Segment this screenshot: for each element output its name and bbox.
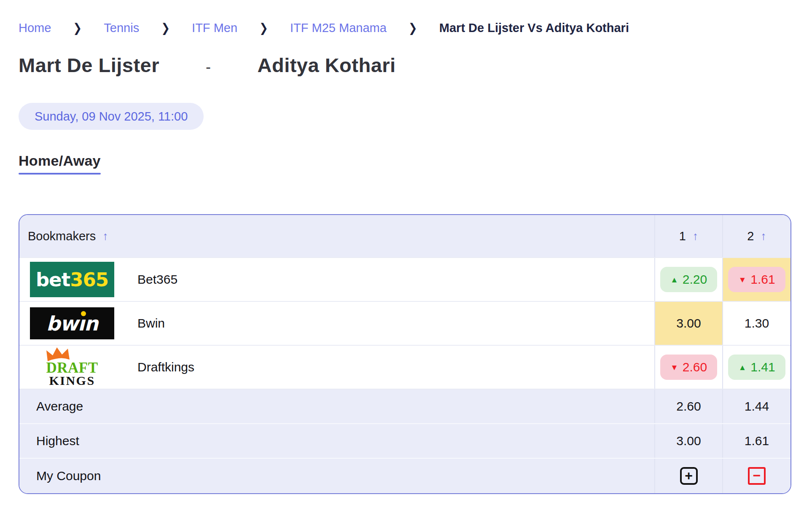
breadcrumb-link-tournament[interactable]: ITF M25 Manama <box>290 21 387 35</box>
bookmaker-name: Bwin <box>137 316 165 330</box>
odds-value: 1.61 <box>750 272 775 287</box>
bwin-logo: bwın <box>30 307 114 339</box>
average-odds-2: 1.44 <box>722 390 790 423</box>
average-odds-1: 2.60 <box>654 390 722 423</box>
odds-value: 3.00 <box>676 434 701 448</box>
bookmaker-cell-bwin[interactable]: bwın Bwin <box>19 302 654 345</box>
match-datetime-badge: Sunday, 09 Nov 2025, 11:00 <box>19 103 204 130</box>
tab-home-away-label: Home/Away <box>19 153 101 169</box>
odds-cell-bet365-1[interactable]: ▲ 2.20 <box>654 258 722 301</box>
summary-row-average: Average 2.60 1.44 <box>19 389 790 423</box>
sort-ascending-icon: ↑ <box>693 230 699 243</box>
bookmaker-row-bet365: bet365 Bet365 ▲ 2.20 ▼ 1.61 <box>19 257 790 301</box>
odds-2-column-label: 2 <box>747 229 754 243</box>
odds-value: 1.44 <box>745 399 769 414</box>
chevron-right-icon: ❯ <box>161 21 170 35</box>
bookmaker-row-bwin: bwın Bwin 3.00 1.30 <box>19 301 790 345</box>
bookmaker-cell-draftkings[interactable]: DRAFT KINGS Draftkings <box>19 346 654 389</box>
page-title: Mart De Lijster - Aditya Kothari <box>19 54 791 77</box>
trend-down-icon: ▼ <box>670 363 678 371</box>
add-to-coupon-button[interactable]: + <box>680 467 698 485</box>
chevron-right-icon: ❯ <box>259 21 268 35</box>
odds-value: 3.00 <box>676 316 701 330</box>
bwin-i-dot <box>81 311 86 316</box>
header-cell-odds-2[interactable]: 2 ↑ <box>722 215 790 257</box>
odds-cell-bet365-2[interactable]: ▼ 1.61 <box>722 258 790 301</box>
logo-box: bwın <box>28 301 116 345</box>
bookmaker-name: Bet365 <box>137 272 177 287</box>
bwin-logo-text: n <box>84 312 98 335</box>
odds-value: 2.60 <box>683 360 707 374</box>
header-cell-bookmakers[interactable]: Bookmakers ↑ <box>19 215 654 257</box>
header-cell-odds-1[interactable]: 1 ↑ <box>654 215 722 257</box>
crown-icon <box>46 347 72 363</box>
odds-value: 2.60 <box>676 399 701 414</box>
bookmakers-column-label: Bookmakers <box>28 229 96 243</box>
market-tabs: Home/Away <box>19 153 791 175</box>
bookmaker-cell-bet365[interactable]: bet365 Bet365 <box>19 258 654 301</box>
breadcrumb-link-itf-men[interactable]: ITF Men <box>192 21 237 35</box>
coupon-cell-1: + <box>654 459 722 493</box>
odds-value: 1.61 <box>745 434 769 448</box>
draftkings-logo: DRAFT KINGS <box>38 346 106 388</box>
bet365-logo-number: 365 <box>70 269 108 291</box>
odds-page: Home ❯ Tennis ❯ ITF Men ❯ ITF M25 Manama… <box>0 0 812 494</box>
odds-1-column-label: 1 <box>679 229 686 243</box>
odds-value: 1.41 <box>750 360 775 374</box>
logo-box: bet365 <box>28 258 116 301</box>
highest-odds-2: 1.61 <box>722 424 790 458</box>
odds-cell-bwin-2[interactable]: 1.30 <box>722 302 790 345</box>
logo-box: DRAFT KINGS <box>28 345 116 389</box>
odds-cell-draftkings-2[interactable]: ▲ 1.41 <box>722 346 790 389</box>
players-separator: - <box>206 58 211 76</box>
my-coupon-row-label: My Coupon <box>28 469 101 483</box>
draftkings-logo-text: KINGS <box>49 375 95 387</box>
home-player-name: Mart De Lijster <box>19 54 159 77</box>
trend-down-icon: ▼ <box>738 276 746 284</box>
tab-home-away[interactable]: Home/Away <box>19 153 101 175</box>
breadcrumb: Home ❯ Tennis ❯ ITF Men ❯ ITF M25 Manama… <box>19 21 791 35</box>
chevron-right-icon: ❯ <box>409 21 417 35</box>
trend-up-icon: ▲ <box>738 363 746 371</box>
trend-up-icon: ▲ <box>670 276 678 284</box>
table-header-row: Bookmakers ↑ 1 ↑ 2 ↑ <box>19 215 790 257</box>
breadcrumb-current-match: Mart De Lijster Vs Aditya Kothari <box>439 21 629 35</box>
bookmaker-name: Draftkings <box>137 360 194 374</box>
average-row-label: Average <box>28 399 83 414</box>
odds-comparison-table: Bookmakers ↑ 1 ↑ 2 ↑ <box>19 214 791 494</box>
bet365-logo: bet365 <box>30 262 114 297</box>
highest-odds-1: 3.00 <box>654 424 722 458</box>
my-coupon-row: My Coupon + − <box>19 458 790 493</box>
coupon-cell-2: − <box>722 459 790 493</box>
odds-value: 1.30 <box>745 316 769 330</box>
bookmaker-row-draftkings: DRAFT KINGS Draftkings ▼ 2.60 ▲ 1.41 <box>19 345 790 389</box>
draftkings-logo-text: DRAFT <box>46 361 98 375</box>
odds-value: 2.20 <box>683 272 707 287</box>
odds-cell-draftkings-1[interactable]: ▼ 2.60 <box>654 346 722 389</box>
bet365-logo-text: bet <box>36 269 70 291</box>
away-player-name: Aditya Kothari <box>257 54 395 77</box>
highest-row-label: Highest <box>28 434 79 448</box>
remove-from-coupon-button[interactable]: − <box>748 467 766 485</box>
breadcrumb-link-home[interactable]: Home <box>19 21 51 35</box>
summary-row-highest: Highest 3.00 1.61 <box>19 423 790 458</box>
sort-ascending-icon: ↑ <box>102 230 108 243</box>
odds-cell-bwin-1[interactable]: 3.00 <box>654 302 722 345</box>
bwin-logo-text: bw <box>46 312 78 335</box>
active-tab-underline <box>19 173 101 175</box>
chevron-right-icon: ❯ <box>73 21 82 35</box>
sort-ascending-icon: ↑ <box>761 230 766 243</box>
breadcrumb-link-tennis[interactable]: Tennis <box>104 21 139 35</box>
